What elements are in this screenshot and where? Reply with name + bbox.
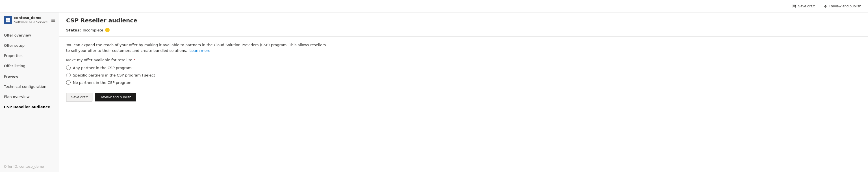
main-content: You can expand the reach of your offer b… (59, 36, 868, 107)
save-icon (792, 4, 796, 8)
sidebar-header: contoso_demo Software as a Service (0, 13, 59, 28)
status-label: Status: (66, 28, 81, 32)
status-bar: Status: Incomplete ! (66, 26, 861, 34)
svg-rect-4 (8, 20, 10, 22)
status-icon: ! (105, 28, 110, 32)
review-publish-top-button[interactable]: Review and publish (822, 3, 864, 9)
sidebar-item-offer-overview[interactable]: Offer overview (0, 30, 59, 41)
sidebar-item-offer-setup[interactable]: Offer setup (0, 41, 59, 51)
svg-rect-1 (6, 18, 8, 20)
sidebar-nav: Offer overview Offer setup Properties Of… (0, 28, 59, 162)
svg-rect-3 (6, 20, 8, 22)
page-title: CSP Reseller audience (66, 17, 861, 24)
top-bar-actions: Save draft Review and publish (790, 3, 864, 9)
save-draft-button[interactable]: Save draft (66, 93, 92, 101)
layout: contoso_demo Software as a Service Offer… (0, 13, 868, 172)
sidebar-company-name: contoso_demo (14, 16, 48, 20)
radio-label-no-partners: No partners in the CSP program (73, 80, 131, 85)
review-publish-top-label: Review and publish (829, 4, 861, 8)
svg-rect-2 (8, 18, 10, 20)
radio-no-partners[interactable]: No partners in the CSP program (66, 80, 861, 85)
status-value: Incomplete (83, 28, 103, 32)
save-draft-top-button[interactable]: Save draft (790, 3, 817, 9)
sidebar-item-plan-overview[interactable]: Plan overview (0, 92, 59, 102)
grid-icon (5, 18, 10, 23)
learn-more-link[interactable]: Learn more (189, 48, 210, 53)
radio-group: Any partner in the CSP program Specific … (66, 66, 861, 85)
sidebar-logo-icon (4, 16, 12, 24)
sidebar-item-preview[interactable]: Preview (0, 71, 59, 82)
review-publish-button[interactable]: Review and publish (95, 93, 136, 101)
action-bar: Save draft Review and publish (66, 93, 861, 101)
sidebar-item-csp-reseller-audience[interactable]: CSP Reseller audience (0, 102, 59, 112)
radio-label-any-partner: Any partner in the CSP program (73, 66, 132, 70)
sidebar-item-properties[interactable]: Properties (0, 51, 59, 61)
radio-label-specific-partners: Specific partners in the CSP program I s… (73, 73, 155, 77)
radio-input-no-partners (66, 80, 71, 85)
main-content-area: CSP Reseller audience Status: Incomplete… (59, 13, 868, 172)
main-header: CSP Reseller audience Status: Incomplete… (59, 13, 868, 36)
required-star: * (132, 58, 135, 62)
sidebar: contoso_demo Software as a Service Offer… (0, 13, 59, 172)
form-label: Make my offer available for resell to * (66, 58, 861, 62)
description-text: You can expand the reach of your offer b… (66, 42, 326, 53)
sidebar-subtitle: Software as a Service (14, 20, 48, 24)
sidebar-offer-id: Offer ID: contoso_demo (0, 162, 59, 172)
publish-icon (824, 4, 828, 8)
radio-any-partner[interactable]: Any partner in the CSP program (66, 66, 861, 70)
radio-specific-partners[interactable]: Specific partners in the CSP program I s… (66, 73, 861, 77)
top-bar: Save draft Review and publish (0, 0, 868, 13)
save-draft-top-label: Save draft (798, 4, 815, 8)
radio-input-any-partner (66, 66, 71, 70)
sidebar-item-offer-listing[interactable]: Offer listing (0, 61, 59, 71)
sidebar-item-technical-configuration[interactable]: Technical configuration (0, 82, 59, 92)
sidebar-expand-button[interactable] (51, 18, 55, 22)
radio-input-specific-partners (66, 73, 71, 77)
sidebar-company-info: contoso_demo Software as a Service (14, 16, 48, 24)
expand-icon (51, 18, 55, 22)
